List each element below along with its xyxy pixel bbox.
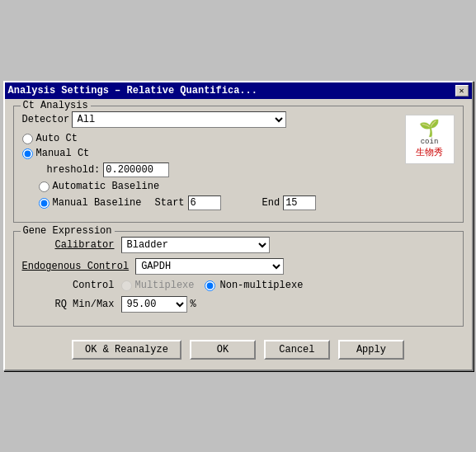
manual-ct-label: Manual Ct [36,148,90,159]
detector-row: Detector All [22,111,455,128]
logo-area: 🌱 coin 生物秀 [405,115,455,164]
auto-ct-radio[interactable] [22,134,33,144]
threshold-input[interactable] [103,162,169,177]
auto-baseline-radio[interactable] [39,181,49,192]
cancel-button[interactable]: Cancel [264,340,330,360]
endogenous-row: Endogenous Control GAPDH Other [22,258,455,275]
auto-baseline-label: Automatic Baseline [53,181,160,192]
close-button[interactable]: ✕ [455,85,469,97]
ct-analysis-group: Ct Analysis 🌱 coin 生物秀 Detector All Auto… [13,106,464,223]
calibrator-label-text: Calibrator [54,239,114,251]
content-area: Ct Analysis 🌱 coin 生物秀 Detector All Auto… [5,99,472,370]
window-title: Analysis Settings – Relative Quantifica.… [8,85,257,97]
apply-button[interactable]: Apply [338,340,404,360]
manual-ct-row: Manual Ct [22,148,455,159]
manual-baseline-radio[interactable] [39,198,49,209]
detector-select[interactable]: All [72,111,286,128]
start-input[interactable] [188,195,221,210]
logo-coin-text: coin [421,138,439,146]
detector-dropdown-wrapper: All [72,111,286,128]
rq-select[interactable]: 95.00 90.00 99.00 [121,296,187,313]
calibrator-label: Calibrator [22,239,121,251]
manual-ct-radio[interactable] [22,148,33,159]
gene-expression-group: Gene Expression Calibrator Bladder Other… [13,231,464,327]
main-window: Analysis Settings – Relative Quantifica.… [3,81,474,371]
ok-button[interactable]: OK [190,340,256,360]
button-row: OK & Reanalyze OK Cancel Apply [13,335,464,361]
endogenous-label: Endogenous Control [22,261,136,272]
auto-ct-row: Auto Ct [22,133,455,144]
rq-row: RQ Min/Max 95.00 90.00 99.00 % [22,296,455,313]
multiplex-label: Multiplexe [135,280,195,291]
control-row: Control Multiplexe Non-multiplexe [22,280,455,291]
rq-label: RQ Min/Max [22,299,121,310]
manual-baseline-label: Manual Baseline [53,197,142,209]
gene-expression-title: Gene Expression [21,225,115,237]
manual-baseline-row: Manual Baseline Start End [39,195,455,210]
end-input[interactable] [283,195,316,210]
start-label: Start [155,197,185,209]
logo-icon: 🌱 [419,121,440,138]
endogenous-dropdown-wrapper: GAPDH Other [135,258,284,275]
calibrator-select[interactable]: Bladder Other [121,237,270,253]
rq-dropdown-wrapper: 95.00 90.00 99.00 [121,296,187,313]
calibrator-row: Calibrator Bladder Other [22,237,455,253]
endogenous-select[interactable]: GAPDH Other [135,258,284,275]
detector-label: Detector [22,114,72,125]
threshold-label: hreshold: [47,164,101,176]
multiplex-radio[interactable] [121,280,132,291]
ct-analysis-title: Ct Analysis [21,100,91,111]
auto-baseline-row: Automatic Baseline [39,181,455,192]
title-bar: Analysis Settings – Relative Quantifica.… [5,82,472,99]
control-label: Control [22,280,121,291]
percent-label: % [191,299,196,310]
non-multiplex-label: Non-multiplexe [220,280,304,291]
non-multiplex-radio[interactable] [205,280,215,291]
ok-reanalyze-button[interactable]: OK & Reanalyze [72,340,181,360]
end-label: End [262,197,280,209]
endogenous-label-text: Endogenous Control [22,261,130,272]
logo-zh-text: 生物秀 [416,146,443,158]
threshold-row: hreshold: [47,162,455,177]
auto-ct-label: Auto Ct [36,133,78,144]
calibrator-dropdown-wrapper: Bladder Other [121,237,270,253]
